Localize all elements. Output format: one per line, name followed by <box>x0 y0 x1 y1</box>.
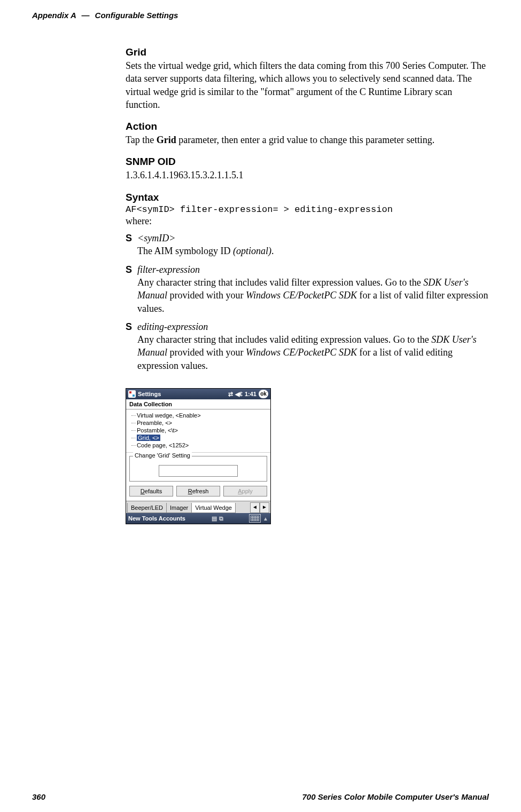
tree-item-virtual-wedge[interactable]: Virtual wedge, <Enable> <box>129 412 267 419</box>
heading-snmp: SNMP OID <box>126 156 489 168</box>
action-paragraph: Tap the Grid parameter, then enter a gri… <box>126 133 489 146</box>
filter-body-a: Any character string that includes valid… <box>137 277 423 288</box>
tab-imager[interactable]: Imager <box>166 503 192 513</box>
symid-body-a: The AIM symbology ID <box>137 246 233 256</box>
window-titlebar: Settings ⇄ ◀€ 1:41 ok <box>126 389 270 399</box>
tab-strip: Beeper/LED Imager Virtual Wedge ◄ ► <box>126 501 270 513</box>
defaults-button[interactable]: Defaults <box>129 486 173 496</box>
doc-icon[interactable]: ▤ <box>212 515 217 522</box>
refresh-button[interactable]: Refresh <box>176 486 220 496</box>
tree-item-postamble[interactable]: Postamble, <\t> <box>129 427 267 434</box>
list-item: editing-expression Any character string … <box>126 320 489 372</box>
snmp-value: 1.3.6.1.4.1.1963.15.3.2.1.1.5.1 <box>126 169 489 182</box>
copy-icon[interactable]: ⧉ <box>219 515 223 522</box>
tab-beeper-led[interactable]: Beeper/LED <box>127 503 167 513</box>
command-bar: New Tools Accounts ▤ ⧉ ▲ <box>126 513 270 524</box>
tree-item-codepage[interactable]: Code page, <1252> <box>129 442 267 449</box>
list-item: <symID> The AIM symbology ID (optional). <box>126 232 489 258</box>
start-icon[interactable] <box>128 390 136 398</box>
header-title: Configurable Settings <box>95 11 178 20</box>
syntax-code: AF<symID> filter-expression= > editing-e… <box>126 204 489 215</box>
tree-item-preamble[interactable]: Preamble, <> <box>129 419 267 427</box>
settings-tree: Virtual wedge, <Enable> Preamble, <> Pos… <box>126 409 270 453</box>
edit-body-a: Any character string that includes valid… <box>137 334 431 345</box>
sip-caret-icon[interactable]: ▲ <box>263 516 268 522</box>
heading-grid: Grid <box>126 46 489 58</box>
action-bold: Grid <box>157 135 176 145</box>
term-filter: filter-expression <box>137 264 200 275</box>
device-screenshot: Settings ⇄ ◀€ 1:41 ok Data Collection Vi… <box>126 388 271 524</box>
tab-virtual-wedge[interactable]: Virtual Wedge <box>191 503 236 513</box>
tree-item-grid[interactable]: Grid, <> <box>129 434 267 442</box>
em-dash: — <box>81 11 89 20</box>
syntax-where: where: <box>126 215 489 227</box>
symid-body-c: . <box>271 246 274 256</box>
edit-body-d: Windows CE/PocketPC SDK <box>246 347 357 358</box>
window-title: Settings <box>138 391 161 397</box>
action-post: parameter, then enter a grid value to ch… <box>176 135 435 145</box>
filter-body-d: Windows CE/PocketPC SDK <box>246 290 357 301</box>
term-editing: editing-expression <box>137 321 208 332</box>
applet-title: Data Collection <box>126 399 270 409</box>
action-pre: Tap the <box>126 135 157 145</box>
menu-text[interactable]: New Tools Accounts <box>128 515 185 522</box>
connectivity-icon[interactable]: ⇄ <box>228 391 233 398</box>
tab-scroll-left[interactable]: ◄ <box>250 502 260 513</box>
list-item: filter-expression Any character string t… <box>126 263 489 315</box>
term-symid: <symID> <box>137 233 175 243</box>
appendix-label: Appendix A <box>32 11 76 20</box>
speaker-icon[interactable]: ◀€ <box>235 391 243 398</box>
grid-input[interactable] <box>159 465 238 477</box>
group-legend: Change 'Grid' Setting <box>133 452 192 459</box>
content: Grid Sets the virtual wedge grid, which … <box>126 46 489 524</box>
manual-title: 700 Series Color Mobile Computer User's … <box>302 792 489 801</box>
heading-action: Action <box>126 121 489 132</box>
page-footer: 360 700 Series Color Mobile Computer Use… <box>32 792 489 801</box>
grid-paragraph: Sets the virtual wedge grid, which filte… <box>126 59 489 111</box>
filter-body-c: provided with your <box>167 290 246 301</box>
tab-scroll-right[interactable]: ► <box>260 502 269 513</box>
symid-body-b: (optional) <box>233 246 271 256</box>
keyboard-icon[interactable] <box>249 514 261 523</box>
heading-syntax: Syntax <box>126 192 489 203</box>
running-header: Appendix A — Configurable Settings <box>32 11 489 20</box>
ok-button[interactable]: ok <box>259 390 268 398</box>
clock-text: 1:41 <box>245 391 256 397</box>
change-grid-group: Change 'Grid' Setting <box>129 456 267 482</box>
page: Appendix A — Configurable Settings Grid … <box>0 0 521 812</box>
button-row: Defaults Refresh Apply <box>126 486 270 501</box>
edit-body-c: provided with your <box>167 347 246 358</box>
syntax-list: <symID> The AIM symbology ID (optional).… <box>126 232 489 372</box>
apply-button[interactable]: Apply <box>223 486 267 496</box>
page-number: 360 <box>32 792 45 801</box>
